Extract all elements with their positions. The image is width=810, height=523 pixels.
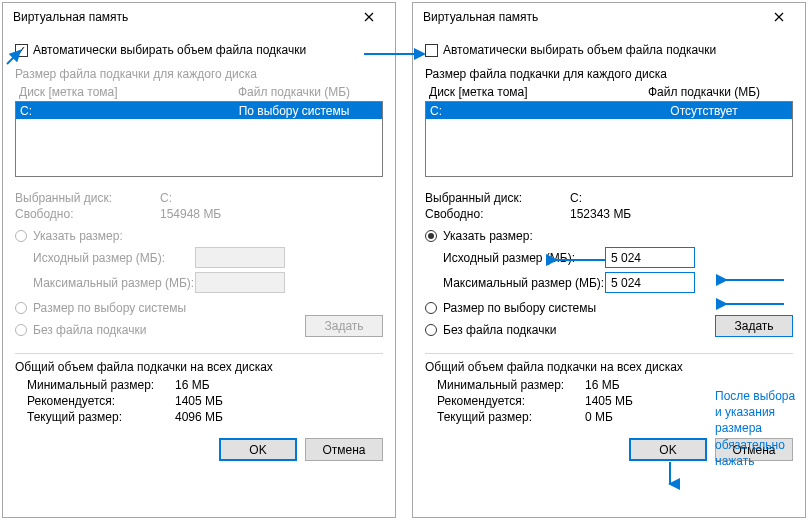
rec-size-label: Рекомендуется: xyxy=(425,394,585,408)
max-size-input xyxy=(195,272,285,293)
free-space-value: 152343 МБ xyxy=(570,207,631,221)
auto-manage-label: Автоматически выбирать объем файла подка… xyxy=(443,43,716,57)
selected-disk-label: Выбранный диск: xyxy=(15,191,160,205)
totals-header: Общий объем файла подкачки на всех диска… xyxy=(15,360,383,374)
divider xyxy=(15,353,383,354)
drives-section-label: Размер файла подкачки для каждого диска xyxy=(425,67,793,81)
close-button[interactable] xyxy=(349,5,389,29)
initial-size-label: Исходный размер (МБ): xyxy=(425,251,605,265)
note-line: размера xyxy=(715,420,795,436)
window-title: Виртуальная память xyxy=(13,10,349,24)
titlebar: Виртуальная память xyxy=(413,3,805,31)
free-space-value: 154948 МБ xyxy=(160,207,221,221)
max-size-label: Максимальный размер (МБ): xyxy=(425,276,605,290)
rec-size-value: 1405 МБ xyxy=(585,394,633,408)
drive-col-header: Диск [метка тома] xyxy=(19,85,189,99)
selected-disk-value: C: xyxy=(570,191,582,205)
radio-none-label: Без файла подкачки xyxy=(33,323,146,337)
drive-col-header: Диск [метка тома] xyxy=(429,85,599,99)
max-size-input[interactable]: 5 024 xyxy=(605,272,695,293)
radio-none-label: Без файла подкачки xyxy=(443,323,556,337)
auto-manage-checkbox[interactable] xyxy=(15,44,28,57)
virtual-memory-dialog-before: Виртуальная память Автоматически выбират… xyxy=(2,2,396,518)
initial-size-input xyxy=(195,247,285,268)
cur-size-label: Текущий размер: xyxy=(425,410,585,424)
min-size-value: 16 МБ xyxy=(175,378,210,392)
max-size-label: Максимальный размер (МБ): xyxy=(15,276,195,290)
cur-size-value: 0 МБ xyxy=(585,410,613,424)
drive-row[interactable]: C: По выбору системы xyxy=(16,102,382,119)
cancel-button[interactable]: Отмена xyxy=(305,438,383,461)
drives-section-label: Размер файла подкачки для каждого диска xyxy=(15,67,383,81)
totals-header: Общий объем файла подкачки на всех диска… xyxy=(425,360,793,374)
radio-custom-label: Указать размер: xyxy=(33,229,123,243)
radio-system-managed xyxy=(15,302,27,314)
drive-listbox[interactable]: C: По выбору системы xyxy=(15,101,383,177)
selected-disk-value: C: xyxy=(160,191,172,205)
initial-size-input[interactable]: 5 024 xyxy=(605,247,695,268)
note-line: и указания xyxy=(715,404,795,420)
radio-custom-size xyxy=(15,230,27,242)
radio-system-managed[interactable] xyxy=(425,302,437,314)
min-size-value: 16 МБ xyxy=(585,378,620,392)
close-icon xyxy=(774,12,784,22)
free-space-label: Свободно: xyxy=(15,207,160,221)
cur-size-label: Текущий размер: xyxy=(15,410,175,424)
rec-size-label: Рекомендуется: xyxy=(15,394,175,408)
radio-custom-label: Указать размер: xyxy=(443,229,533,243)
initial-size-label: Исходный размер (МБ): xyxy=(15,251,195,265)
pagefile-col-header: Файл подкачки (МБ) xyxy=(599,85,789,99)
divider xyxy=(425,353,793,354)
drive-letter: C: xyxy=(20,104,190,118)
ok-button[interactable]: OK xyxy=(629,438,707,461)
note-line: обязательно xyxy=(715,437,795,453)
radio-custom-size[interactable] xyxy=(425,230,437,242)
drive-row[interactable]: C: Отсутствует xyxy=(426,102,792,119)
note-line: После выбора xyxy=(715,388,795,404)
annotation-note: После выбора и указания размера обязател… xyxy=(715,388,795,469)
radio-no-pagefile xyxy=(15,324,27,336)
note-line: нажать xyxy=(715,453,795,469)
min-size-label: Минимальный размер: xyxy=(425,378,585,392)
close-button[interactable] xyxy=(759,5,799,29)
min-size-label: Минимальный размер: xyxy=(15,378,175,392)
auto-manage-checkbox[interactable] xyxy=(425,44,438,57)
window-title: Виртуальная память xyxy=(423,10,759,24)
selected-disk-label: Выбранный диск: xyxy=(425,191,570,205)
rec-size-value: 1405 МБ xyxy=(175,394,223,408)
auto-manage-label: Автоматически выбирать объем файла подка… xyxy=(33,43,306,57)
radio-system-label: Размер по выбору системы xyxy=(443,301,596,315)
drive-listbox[interactable]: C: Отсутствует xyxy=(425,101,793,177)
drive-pagefile-status: Отсутствует xyxy=(600,104,788,118)
drive-pagefile-status: По выбору системы xyxy=(190,104,378,118)
set-button: Задать xyxy=(305,315,383,337)
radio-system-label: Размер по выбору системы xyxy=(33,301,186,315)
titlebar: Виртуальная память xyxy=(3,3,395,31)
radio-no-pagefile[interactable] xyxy=(425,324,437,336)
close-icon xyxy=(364,12,374,22)
pagefile-col-header: Файл подкачки (МБ) xyxy=(189,85,379,99)
cur-size-value: 4096 МБ xyxy=(175,410,223,424)
set-button[interactable]: Задать xyxy=(715,315,793,337)
ok-button[interactable]: OK xyxy=(219,438,297,461)
free-space-label: Свободно: xyxy=(425,207,570,221)
drive-letter: C: xyxy=(430,104,600,118)
